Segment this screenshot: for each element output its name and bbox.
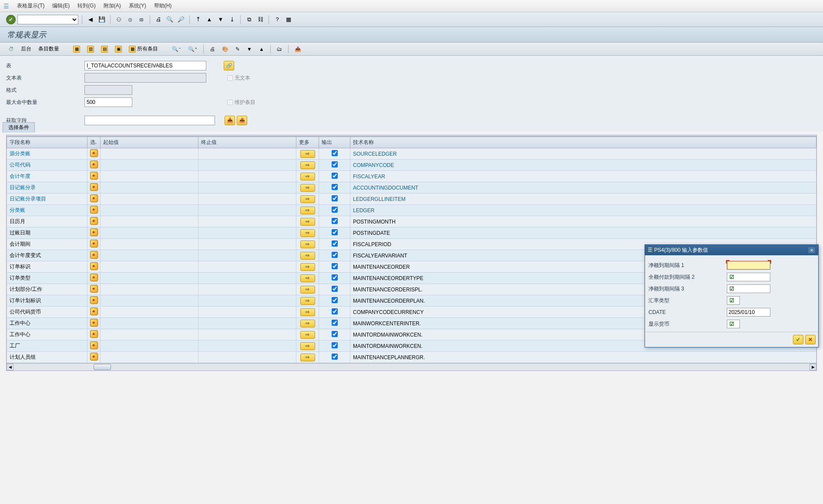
output-checkbox[interactable]	[332, 342, 338, 348]
find-icon[interactable]: 🔍	[165, 15, 175, 24]
dialog-input-tick[interactable]: ☑	[727, 273, 770, 281]
dialog-input-required[interactable]	[727, 261, 770, 270]
selection-option-icon[interactable]	[90, 194, 98, 202]
scroll-left-icon[interactable]: ◀	[7, 364, 13, 370]
end-value-cell[interactable]	[198, 307, 296, 318]
selection-option-icon[interactable]	[90, 296, 98, 304]
palette-icon[interactable]: 🎨	[219, 44, 231, 54]
more-button[interactable]: ⇨	[300, 150, 315, 158]
more-button[interactable]: ⇨	[300, 252, 315, 260]
menu-goto[interactable]: 转到(G)	[77, 2, 95, 10]
end-value-cell[interactable]	[198, 148, 296, 160]
field-name-cell[interactable]: 源分类账	[10, 150, 30, 157]
layout-icon[interactable]: ▦	[284, 15, 293, 24]
more-button[interactable]: ⇨	[300, 286, 315, 294]
output-checkbox[interactable]	[332, 286, 338, 292]
start-value-cell[interactable]	[101, 273, 198, 284]
end-value-cell[interactable]	[198, 171, 296, 182]
dropdown-icon[interactable]: ▼	[244, 44, 255, 54]
output-checkbox[interactable]	[332, 207, 338, 213]
more-button[interactable]: ⇨	[300, 218, 315, 226]
start-value-cell[interactable]	[101, 205, 198, 216]
start-value-cell[interactable]	[101, 307, 198, 318]
selection-option-icon[interactable]	[90, 262, 98, 270]
more-button[interactable]: ⇨	[300, 229, 315, 237]
output-checkbox[interactable]	[332, 331, 338, 337]
more-button[interactable]: ⇨	[300, 240, 315, 248]
new-session-icon[interactable]: ⧉	[244, 15, 254, 24]
more-button[interactable]: ⇨	[300, 184, 315, 192]
dialog-input-tick[interactable]: ☑	[727, 284, 770, 293]
tech-name-cell[interactable]: LEDGERGLLINEITEM	[353, 196, 406, 202]
selection-option-icon[interactable]	[90, 206, 98, 214]
more-button[interactable]: ⇨	[300, 274, 315, 282]
dialog-ok-button[interactable]: ✓	[793, 335, 803, 344]
more-button[interactable]: ⇨	[300, 308, 315, 316]
execute-button[interactable]: ⏱	[6, 44, 17, 54]
next-page-icon[interactable]: ▼	[216, 15, 225, 24]
entry-count-button[interactable]: 条目数量	[36, 44, 62, 54]
start-value-cell[interactable]	[101, 216, 198, 227]
tech-name-cell[interactable]: LEDGER	[353, 207, 374, 214]
col-more[interactable]: 更多	[296, 137, 319, 148]
output-checkbox[interactable]	[332, 297, 338, 303]
dialog-cancel-button[interactable]: ✕	[805, 335, 816, 344]
tool-icon-3[interactable]: ▤	[98, 44, 111, 54]
col-start-value[interactable]: 起始值	[101, 137, 198, 148]
start-value-cell[interactable]	[101, 182, 198, 194]
field-name-cell[interactable]: 会计年度	[10, 173, 30, 179]
selection-option-icon[interactable]	[90, 319, 98, 327]
menu-help[interactable]: 帮助(H)	[154, 2, 172, 10]
tech-name-cell[interactable]: SOURCELEDGER	[353, 151, 397, 157]
end-value-cell[interactable]	[198, 216, 296, 227]
end-value-cell[interactable]	[198, 227, 296, 239]
zoom-in-icon[interactable]: 🔍⁺	[185, 44, 200, 54]
variant-icon[interactable]: 🗂	[274, 44, 285, 54]
start-value-cell[interactable]	[101, 148, 198, 160]
dialog-titlebar[interactable]: ☰ PS4(3)/800 输入参数值 ✕	[645, 245, 818, 255]
col-output[interactable]: 输出	[319, 137, 350, 148]
table-search-button[interactable]: 🔗	[224, 61, 234, 70]
tool-icon-2[interactable]: ▥	[84, 44, 97, 54]
end-value-cell[interactable]	[198, 340, 296, 352]
selection-tab[interactable]: 选择条件	[3, 122, 35, 133]
output-checkbox[interactable]	[332, 184, 338, 190]
end-value-cell[interactable]	[198, 261, 296, 273]
output-checkbox[interactable]	[332, 150, 338, 156]
col-select[interactable]: 选.	[87, 137, 101, 148]
start-value-cell[interactable]	[101, 261, 198, 273]
end-value-cell[interactable]	[198, 295, 296, 307]
tech-name-cell[interactable]: FISCALYEAR	[353, 174, 385, 180]
pencil-icon[interactable]: ✎	[233, 44, 242, 54]
end-value-cell[interactable]	[198, 273, 296, 284]
end-value-cell[interactable]	[198, 239, 296, 250]
scroll-right-icon[interactable]: ▶	[810, 364, 816, 370]
menu-table-display[interactable]: 表格显示(T)	[17, 2, 44, 10]
selection-option-icon[interactable]	[90, 172, 98, 180]
start-value-cell[interactable]	[101, 194, 198, 205]
more-button[interactable]: ⇨	[300, 297, 315, 305]
output-checkbox[interactable]	[332, 308, 338, 314]
more-button[interactable]: ⇨	[300, 354, 315, 361]
end-value-cell[interactable]	[198, 194, 296, 205]
end-value-cell[interactable]	[198, 182, 296, 194]
start-value-cell[interactable]	[101, 340, 198, 352]
end-value-cell[interactable]	[198, 352, 296, 363]
more-button[interactable]: ⇨	[300, 161, 315, 169]
more-button[interactable]: ⇨	[300, 320, 315, 327]
dialog-input-tick[interactable]: ☑	[727, 296, 740, 305]
selection-option-icon[interactable]	[90, 183, 98, 191]
field-name-cell[interactable]: 日记账分录	[10, 184, 36, 190]
selection-option-icon[interactable]	[90, 217, 98, 225]
menu-extras[interactable]: 附加(A)	[104, 2, 121, 10]
selection-option-icon[interactable]	[90, 285, 98, 293]
end-value-cell[interactable]	[198, 318, 296, 329]
start-value-cell[interactable]	[101, 295, 198, 307]
zoom-out-icon[interactable]: 🔍⁻	[169, 44, 184, 54]
output-checkbox[interactable]	[332, 354, 338, 360]
enter-button[interactable]: ✓	[6, 15, 16, 24]
up-icon[interactable]: ▲	[256, 44, 267, 54]
back-icon[interactable]: ◀	[86, 15, 95, 24]
export-icon[interactable]: 📤	[292, 44, 304, 54]
more-button[interactable]: ⇨	[300, 195, 315, 203]
